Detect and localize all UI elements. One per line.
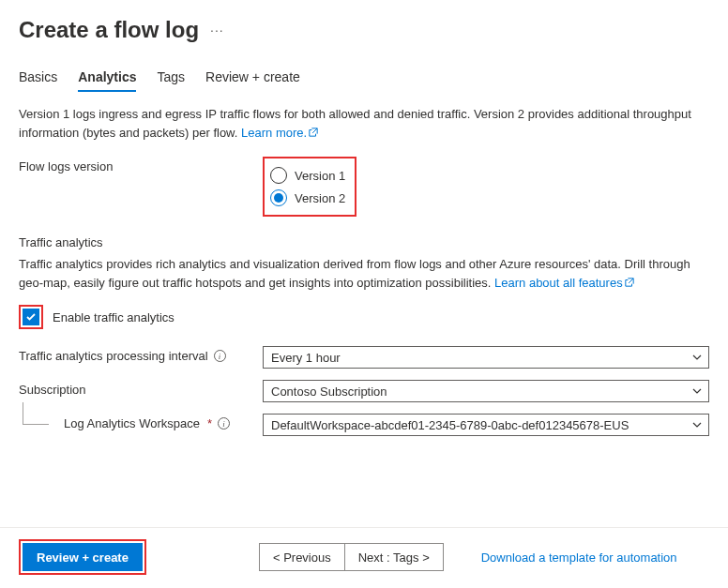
workspace-select[interactable]: DefaultWorkspace-abcdef01-2345-6789-0abc… xyxy=(263,414,709,436)
radio-icon xyxy=(270,189,287,206)
divider xyxy=(0,527,728,528)
learn-features-link[interactable]: Learn about all features xyxy=(494,276,634,290)
version-description-text: Version 1 logs ingress and egress IP tra… xyxy=(19,107,691,140)
tab-tags[interactable]: Tags xyxy=(157,69,185,92)
enable-traffic-analytics-label: Enable traffic analytics xyxy=(53,310,174,324)
select-value: Contoso Subscription xyxy=(271,384,387,399)
previous-button[interactable]: < Previous xyxy=(259,543,344,571)
radio-icon xyxy=(270,167,287,184)
subscription-select[interactable]: Contoso Subscription xyxy=(263,380,709,402)
next-button[interactable]: Next : Tags > xyxy=(344,543,444,571)
radio-label: Version 2 xyxy=(295,191,345,205)
tree-indent-icon xyxy=(23,402,49,425)
interval-select[interactable]: Every 1 hour xyxy=(263,346,709,369)
interval-label: Traffic analytics processing interval xyxy=(19,349,208,363)
chevron-down-icon xyxy=(691,419,703,430)
info-icon[interactable]: i xyxy=(214,350,226,362)
review-create-button[interactable]: Review + create xyxy=(23,543,143,571)
chevron-down-icon xyxy=(691,385,703,397)
select-value: Every 1 hour xyxy=(271,351,341,365)
version-description: Version 1 logs ingress and egress IP tra… xyxy=(19,105,709,142)
radio-version-1[interactable]: Version 1 xyxy=(270,164,345,187)
required-indicator: * xyxy=(207,416,212,430)
workspace-label: Log Analytics Workspace xyxy=(64,416,200,430)
select-value: DefaultWorkspace-abcdef01-2345-6789-0abc… xyxy=(271,418,629,432)
highlight-box: Review + create xyxy=(19,539,146,575)
more-menu-icon[interactable]: ··· xyxy=(210,23,224,38)
flow-version-label: Flow logs version xyxy=(19,157,263,173)
enable-traffic-analytics-checkbox[interactable] xyxy=(23,309,39,325)
info-icon[interactable]: i xyxy=(218,417,230,430)
tabs: Basics Analytics Tags Review + create xyxy=(0,53,728,92)
flow-version-radio-group: Version 1 Version 2 xyxy=(263,157,356,217)
tab-analytics[interactable]: Analytics xyxy=(78,69,136,92)
external-link-icon xyxy=(309,128,318,137)
radio-label: Version 1 xyxy=(295,169,345,183)
download-template-link[interactable]: Download a template for automation xyxy=(481,550,677,565)
chevron-down-icon xyxy=(691,352,703,363)
analytics-description: Traffic analytics provides rich analytic… xyxy=(19,255,709,292)
traffic-analytics-heading: Traffic analytics xyxy=(19,235,709,249)
page-title: Create a flow log xyxy=(19,17,199,43)
tab-review-create[interactable]: Review + create xyxy=(205,69,300,92)
external-link-icon xyxy=(625,278,634,287)
tab-basics[interactable]: Basics xyxy=(19,69,57,92)
radio-version-2[interactable]: Version 2 xyxy=(270,187,345,209)
learn-more-link[interactable]: Learn more. xyxy=(241,126,318,140)
highlight-box xyxy=(19,305,43,329)
subscription-label: Subscription xyxy=(19,383,86,397)
